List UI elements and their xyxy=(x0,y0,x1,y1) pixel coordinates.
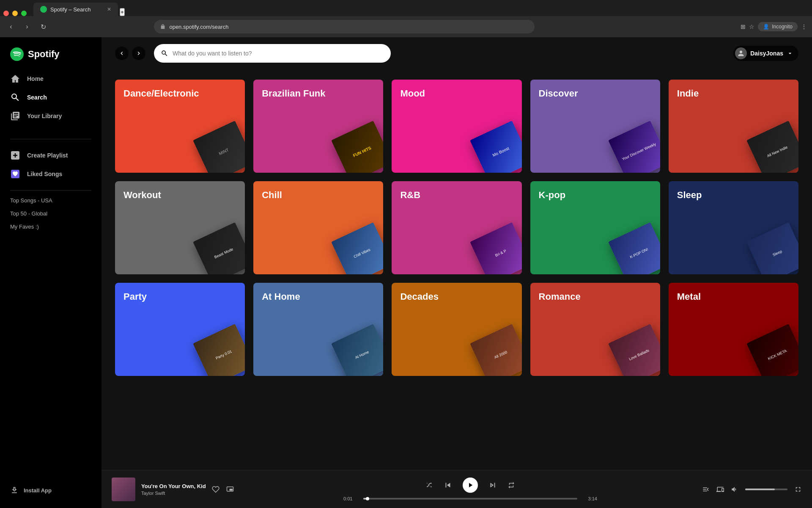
devices-btn[interactable] xyxy=(716,486,724,493)
queue-btn[interactable] xyxy=(702,486,710,493)
address-text: open.spotify.com/search xyxy=(169,24,228,30)
forward-btn[interactable]: › xyxy=(21,21,33,33)
genre-title-kpop: K-pop xyxy=(539,190,566,200)
genre-card-metal[interactable]: Metal KICK META xyxy=(669,283,798,376)
genre-card-workout[interactable]: Workout Beast Mode xyxy=(115,181,245,274)
sidebar-item-library[interactable]: Your Library xyxy=(3,107,98,125)
genre-card-romance[interactable]: Romance Love Ballads xyxy=(530,283,660,376)
genre-card-dance[interactable]: Dance/Electronic MINT xyxy=(115,80,245,173)
genre-art-sleep: Sleep xyxy=(746,222,798,274)
genre-card-discover[interactable]: Discover Your Discover Weekly xyxy=(530,80,660,173)
heart-outline-icon xyxy=(212,486,219,493)
play-pause-btn[interactable] xyxy=(463,478,478,493)
user-menu-chevron-icon xyxy=(787,50,793,57)
player-artist-name: Taylor Swift xyxy=(141,491,206,496)
sidebar: Spotify Home Search Your Library Create … xyxy=(0,37,102,508)
sidebar-item-home[interactable]: Home xyxy=(3,69,98,88)
sidebar-divider xyxy=(10,139,91,139)
genre-title-party: Party xyxy=(123,291,147,302)
volume-bar[interactable] xyxy=(745,489,787,490)
progress-bar[interactable] xyxy=(363,498,577,500)
queue-icon xyxy=(702,486,710,493)
tab-label: Spotify – Search xyxy=(50,6,91,13)
browser-toolbar: ‹ › ↻ open.spotify.com/search ⊞ ☆ 👤 Inco… xyxy=(0,16,812,37)
sidebar-item-search[interactable]: Search xyxy=(3,88,98,107)
playlist-link-1[interactable]: Top 50 - Global xyxy=(10,210,91,217)
back-btn[interactable]: ‹ xyxy=(5,21,17,33)
play-icon xyxy=(466,481,474,489)
player-thumb-art xyxy=(112,478,135,501)
browser-tabs: Spotify – Search ✕ + xyxy=(0,0,812,16)
genre-card-indie[interactable]: Indie All New Indie xyxy=(669,80,798,173)
liked-songs-btn[interactable]: Liked Songs xyxy=(3,165,98,183)
plus-icon xyxy=(10,150,20,160)
genre-card-sleep[interactable]: Sleep Sleep xyxy=(669,181,798,274)
close-window-btn[interactable] xyxy=(3,11,9,16)
install-app-label: Install App xyxy=(24,487,52,494)
genre-card-at-home[interactable]: At Home At Home xyxy=(253,283,383,376)
repeat-btn[interactable] xyxy=(508,481,515,489)
back-arrow-icon xyxy=(118,50,125,57)
genre-art-decades: All 2000 xyxy=(470,324,522,376)
prev-btn[interactable] xyxy=(443,480,453,490)
minimize-window-btn[interactable] xyxy=(12,11,18,16)
svg-point-0 xyxy=(10,47,24,61)
create-playlist-label: Create Playlist xyxy=(27,152,68,159)
new-tab-btn[interactable]: + xyxy=(120,8,125,16)
sidebar-bottom: Install App xyxy=(0,479,102,501)
forward-nav-btn[interactable] xyxy=(132,47,145,60)
player-progress-bar: 0:01 3:14 xyxy=(343,496,597,501)
time-total: 3:14 xyxy=(582,496,597,501)
playlist-link-0[interactable]: Top Songs - USA xyxy=(10,197,91,204)
user-avatar-icon xyxy=(738,50,744,57)
user-menu-btn[interactable]: DaisyJonas xyxy=(733,46,798,61)
user-profile-btn[interactable]: 👤 Incognito xyxy=(758,22,798,31)
svg-rect-6 xyxy=(229,489,233,491)
app-logo: Spotify xyxy=(0,44,102,69)
maximize-window-btn[interactable] xyxy=(21,11,27,16)
genre-title-funk: Brazilian Funk xyxy=(262,88,325,99)
tab-close-btn[interactable]: ✕ xyxy=(107,6,111,12)
genre-card-decades[interactable]: Decades All 2000 xyxy=(392,283,521,376)
screen-icon xyxy=(226,486,234,493)
bookmark-btn[interactable]: ☆ xyxy=(749,23,754,30)
reload-btn[interactable]: ↻ xyxy=(37,21,49,33)
shuffle-btn[interactable] xyxy=(425,481,433,489)
genre-title-metal: Metal xyxy=(677,291,701,302)
menu-btn[interactable]: ⋮ xyxy=(801,23,807,30)
player-song-title: You're On Your Own, Kid xyxy=(141,483,206,489)
player-thumbnail xyxy=(112,478,135,501)
genre-card-brazilian-funk[interactable]: Brazilian Funk FUN HITS xyxy=(253,80,383,173)
app-logo-text: Spotify xyxy=(28,49,60,60)
genre-title-mood: Mood xyxy=(400,88,425,99)
create-playlist-btn[interactable]: Create Playlist xyxy=(3,146,98,165)
back-nav-btn[interactable] xyxy=(115,47,129,60)
active-tab[interactable]: Spotify – Search ✕ xyxy=(33,3,118,16)
next-btn[interactable] xyxy=(488,480,497,490)
genre-card-party[interactable]: Party Party 0.01 xyxy=(115,283,245,376)
genre-card-kpop[interactable]: K-pop K-POP ON! xyxy=(530,181,660,274)
player-bar: You're On Your Own, Kid Taylor Swift xyxy=(102,470,812,508)
genre-art-chill: Chill Vibes xyxy=(331,222,383,274)
volume-fill xyxy=(745,489,775,490)
like-btn[interactable] xyxy=(212,486,219,493)
fullscreen-btn[interactable] xyxy=(794,486,802,493)
download-icon xyxy=(10,486,19,494)
address-bar[interactable]: open.spotify.com/search xyxy=(154,20,535,33)
genre-card-chill[interactable]: Chill Chill Vibes xyxy=(253,181,383,274)
sidebar-create-section: Create Playlist Liked Songs xyxy=(0,143,102,187)
main-header: DaisyJonas xyxy=(102,37,812,69)
genre-art-rnb: Bri & P xyxy=(470,222,522,274)
genre-title-dance: Dance/Electronic xyxy=(123,88,199,99)
install-app-btn[interactable]: Install App xyxy=(10,486,91,494)
search-input[interactable] xyxy=(173,50,384,57)
genre-card-rnb[interactable]: R&B Bri & P xyxy=(392,181,521,274)
genre-card-mood[interactable]: Mood Mo Boost xyxy=(392,80,521,173)
extensions-btn[interactable]: ⊞ xyxy=(741,23,746,30)
pip-btn[interactable] xyxy=(226,486,234,493)
spotify-logo-icon xyxy=(10,47,24,61)
genre-art-dance: MINT xyxy=(193,121,245,173)
volume-btn[interactable] xyxy=(731,486,738,493)
search-bar[interactable] xyxy=(154,44,391,63)
playlist-link-2[interactable]: My Faves :) xyxy=(10,224,91,230)
